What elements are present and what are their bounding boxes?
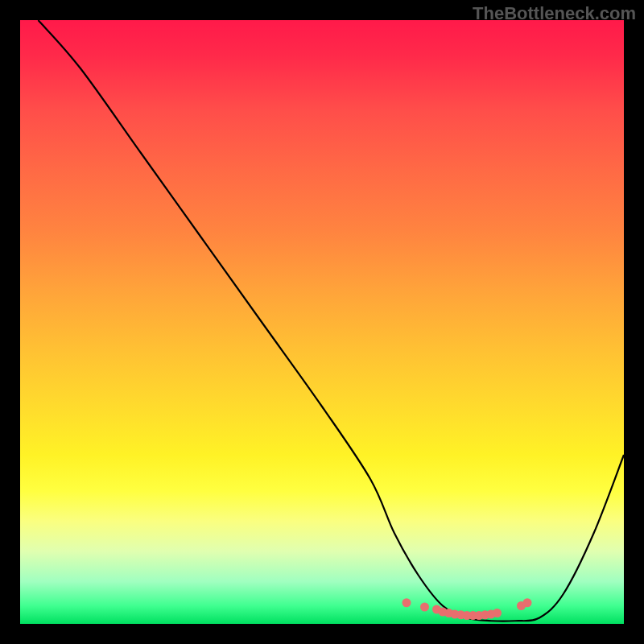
marker-dot: [402, 598, 411, 607]
marker-dot: [493, 609, 502, 617]
marker-dot: [523, 598, 532, 607]
bottleneck-curve: [39, 20, 625, 621]
marker-dot: [420, 603, 429, 612]
plot-area: [20, 20, 624, 624]
watermark-text: TheBottleneck.com: [473, 3, 636, 24]
valley-markers: [402, 598, 532, 620]
chart-svg: [20, 20, 624, 624]
